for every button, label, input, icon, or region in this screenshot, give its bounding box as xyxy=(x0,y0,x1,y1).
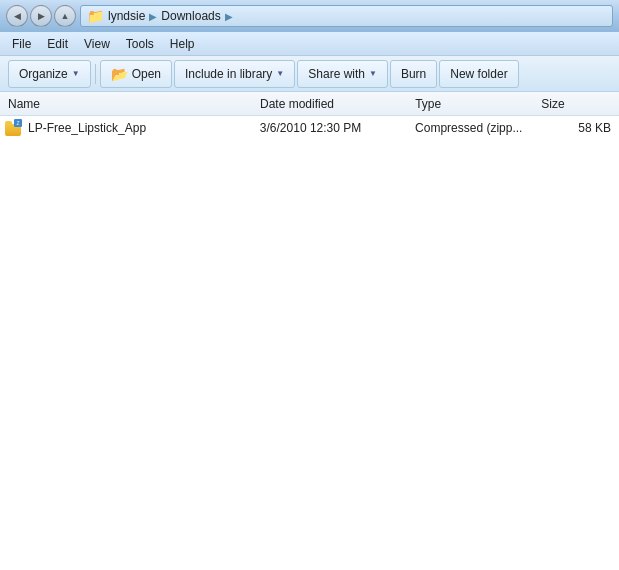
menu-tools[interactable]: Tools xyxy=(118,35,162,53)
address-folder-icon: 📁 xyxy=(87,8,104,24)
share-dropdown-icon: ▼ xyxy=(369,69,377,78)
title-bar: ◀ ▶ ▲ 📁 lyndsie ▶ Downloads ▶ xyxy=(0,0,619,32)
new-folder-label: New folder xyxy=(450,67,507,81)
menu-view[interactable]: View xyxy=(76,35,118,53)
burn-button[interactable]: Burn xyxy=(390,60,437,88)
file-name: LP-Free_Lipstick_App xyxy=(28,121,146,135)
file-size: 58 KB xyxy=(537,121,615,135)
file-date: 3/6/2010 12:30 PM xyxy=(256,121,411,135)
address-chevron-2: ▶ xyxy=(225,11,233,22)
include-in-library-button[interactable]: Include in library ▼ xyxy=(174,60,295,88)
menu-bar: File Edit View Tools Help xyxy=(0,32,619,56)
menu-edit[interactable]: Edit xyxy=(39,35,76,53)
col-header-name[interactable]: Name xyxy=(4,97,256,111)
menu-help[interactable]: Help xyxy=(162,35,203,53)
organize-button[interactable]: Organize ▼ xyxy=(8,60,91,88)
include-dropdown-icon: ▼ xyxy=(276,69,284,78)
address-chevron-1: ▶ xyxy=(149,11,157,22)
col-header-size[interactable]: Size xyxy=(537,97,615,111)
column-headers: Name Date modified Type Size xyxy=(0,92,619,116)
col-header-date[interactable]: Date modified xyxy=(256,97,411,111)
file-name-cell: Z LP-Free_Lipstick_App xyxy=(4,119,256,137)
back-button[interactable]: ◀ xyxy=(6,5,28,27)
table-row[interactable]: Z LP-Free_Lipstick_App 3/6/2010 12:30 PM… xyxy=(0,116,619,140)
share-with-label: Share with xyxy=(308,67,365,81)
burn-label: Burn xyxy=(401,67,426,81)
new-folder-button[interactable]: New folder xyxy=(439,60,518,88)
address-bar[interactable]: 📁 lyndsie ▶ Downloads ▶ xyxy=(80,5,613,27)
up-button[interactable]: ▲ xyxy=(54,5,76,27)
open-icon: 📂 xyxy=(111,66,128,82)
file-list: Z LP-Free_Lipstick_App 3/6/2010 12:30 PM… xyxy=(0,116,619,570)
toolbar: Organize ▼ 📂 Open Include in library ▼ S… xyxy=(0,56,619,92)
address-folder: Downloads xyxy=(161,9,220,23)
content-area: Name Date modified Type Size Z LP-Free_L… xyxy=(0,92,619,570)
include-in-library-label: Include in library xyxy=(185,67,272,81)
forward-button[interactable]: ▶ xyxy=(30,5,52,27)
open-button[interactable]: 📂 Open xyxy=(100,60,172,88)
window-controls: ◀ ▶ ▲ xyxy=(6,5,76,27)
toolbar-separator-1 xyxy=(95,64,96,84)
file-type: Compressed (zipp... xyxy=(411,121,537,135)
menu-file[interactable]: File xyxy=(4,35,39,53)
zip-file-icon: Z xyxy=(4,119,22,137)
col-header-type[interactable]: Type xyxy=(411,97,537,111)
organize-label: Organize xyxy=(19,67,68,81)
address-user: lyndsie xyxy=(108,9,145,23)
share-with-button[interactable]: Share with ▼ xyxy=(297,60,388,88)
open-label: Open xyxy=(132,67,161,81)
organize-dropdown-icon: ▼ xyxy=(72,69,80,78)
